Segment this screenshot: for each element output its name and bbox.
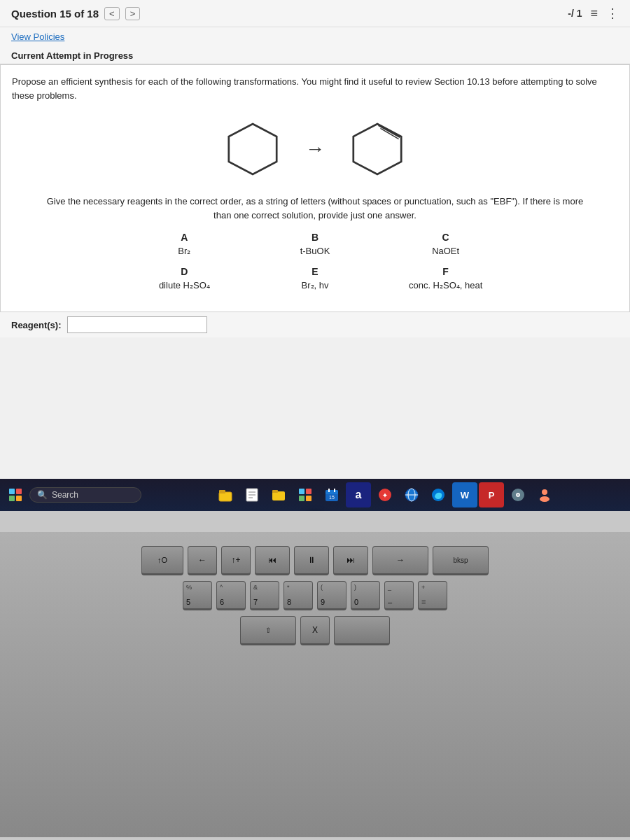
score-label: -/ 1 (568, 8, 582, 19)
svg-rect-12 (299, 489, 304, 494)
key-6[interactable]: ^ 6 (216, 581, 246, 610)
key-f5[interactable]: ↑O (141, 546, 183, 575)
svg-marker-1 (354, 124, 401, 174)
svg-text:✦: ✦ (382, 492, 388, 499)
key-star[interactable]: * 8 (284, 581, 313, 610)
main-content: Propose an efficient synthesis for each … (0, 64, 630, 312)
search-text: Search (52, 490, 78, 500)
reagent-D: D dilute H₂SO₄ (142, 266, 226, 290)
reagents-instruction: Give the necessary reagents in the corre… (12, 195, 618, 222)
cd-app-icon[interactable] (505, 482, 531, 507)
search-icon: 🔍 (37, 490, 48, 500)
keyboard-area: ↑O ← ↑+ ⏮ ⏸ ⏭ → bksp % 5 ^ 6 (0, 532, 630, 837)
powerpoint-icon[interactable]: P (479, 482, 504, 507)
key-arrow-right[interactable]: → (372, 546, 428, 575)
svg-line-2 (379, 125, 400, 137)
instructions-text: Propose an efficient synthesis for each … (12, 75, 618, 102)
start-grid-icon (9, 489, 22, 501)
letter-a-icon[interactable]: a (346, 482, 371, 507)
svg-marker-0 (229, 124, 276, 174)
svg-rect-11 (272, 490, 278, 493)
svg-rect-14 (299, 496, 304, 501)
file-explorer-icon[interactable] (213, 482, 238, 507)
key-v[interactable] (334, 616, 390, 645)
svg-point-31 (540, 496, 550, 502)
key-back[interactable]: ← (188, 546, 217, 575)
grid-app-icon[interactable] (293, 482, 318, 507)
start-button[interactable] (3, 482, 28, 507)
top-bar: Question 15 of 18 < > -/ 1 ≡ ⋮ (0, 0, 630, 27)
reagents-row-1: A Br₂ B t-BuOK C NaOEt (119, 232, 511, 256)
reagent-E: E Br₂, hv (273, 266, 357, 290)
molecule-left (221, 118, 284, 181)
key-paren-close[interactable]: ) 0 (351, 581, 380, 610)
svg-rect-5 (219, 490, 225, 493)
screen: Question 15 of 18 < > -/ 1 ≡ ⋮ View Poli… (0, 0, 630, 511)
view-policies-link[interactable]: View Policies (0, 27, 630, 46)
reagents-row-2: D dilute H₂SO₄ E Br₂, hv F conc. H₂SO₄, … (119, 266, 511, 290)
current-attempt-label: Current Attempt in Progress (0, 46, 630, 64)
key-del[interactable]: bksp (433, 546, 489, 575)
key-amp[interactable]: & 7 (250, 581, 279, 610)
key-shift-left[interactable]: ⇧ (240, 616, 296, 645)
key-row-bottom: ⇧ X (240, 616, 390, 645)
reagents-input[interactable] (67, 316, 207, 333)
svg-point-29 (517, 494, 519, 496)
inkscape-icon[interactable]: ✦ (372, 482, 398, 507)
key-x[interactable]: X (300, 616, 330, 645)
edge-icon[interactable] (426, 482, 451, 507)
key-rew[interactable]: ⏮ (255, 546, 290, 575)
notepad-icon[interactable] (239, 482, 265, 507)
reagents-input-label: Reagent(s): (11, 320, 62, 330)
folder-icon[interactable] (266, 482, 291, 507)
search-bar[interactable]: 🔍 Search (29, 487, 141, 503)
key-paren-open[interactable]: ( 9 (317, 581, 346, 610)
svg-point-30 (542, 489, 547, 495)
next-button[interactable]: > (125, 7, 141, 20)
question-title: Question 15 of 18 (11, 8, 99, 20)
user-app-icon[interactable] (532, 482, 557, 507)
top-bar-left: Question 15 of 18 < > (11, 7, 140, 20)
reagent-B: B t-BuOK (273, 232, 357, 256)
calendar-icon[interactable]: 15 (319, 482, 344, 507)
key-f8[interactable]: ↑+ (221, 546, 251, 575)
taskbar-icons: 15 a ✦ W P (143, 482, 627, 507)
key-play[interactable]: ⏸ (294, 546, 329, 575)
reagent-A: A Br₂ (142, 232, 226, 256)
key-5[interactable]: % 5 (183, 581, 212, 610)
word-icon[interactable]: W (452, 482, 477, 507)
reaction-arrow: → (305, 138, 325, 160)
key-row-numbers: % 5 ^ 6 & 7 * 8 ( 9 ) 0 _ – + = (183, 581, 447, 610)
key-dash[interactable]: _ – (384, 581, 414, 610)
reagent-C: C NaOEt (404, 232, 488, 256)
globe-icon[interactable] (399, 482, 424, 507)
reagents-input-row: Reagent(s): (0, 312, 630, 337)
taskbar: 🔍 Search 15 (0, 479, 630, 511)
chem-diagram: → (12, 109, 618, 189)
prev-button[interactable]: < (104, 7, 120, 20)
svg-rect-17 (326, 490, 338, 494)
top-bar-right: -/ 1 ≡ ⋮ (568, 6, 619, 21)
reagents-table: A Br₂ B t-BuOK C NaOEt D dilute H₂SO₄ (119, 232, 511, 290)
molecule-right (346, 118, 409, 181)
key-row-media: ↑O ← ↑+ ⏮ ⏸ ⏭ → bksp (141, 546, 489, 575)
svg-text:15: 15 (329, 495, 335, 500)
list-icon[interactable]: ≡ (590, 6, 598, 21)
key-ffw[interactable]: ⏭ (333, 546, 368, 575)
svg-rect-13 (306, 489, 312, 494)
reagent-F: F conc. H₂SO₄, heat (404, 266, 488, 290)
key-plus[interactable]: + = (418, 581, 447, 610)
dots-icon[interactable]: ⋮ (606, 6, 619, 21)
svg-rect-15 (306, 496, 312, 501)
